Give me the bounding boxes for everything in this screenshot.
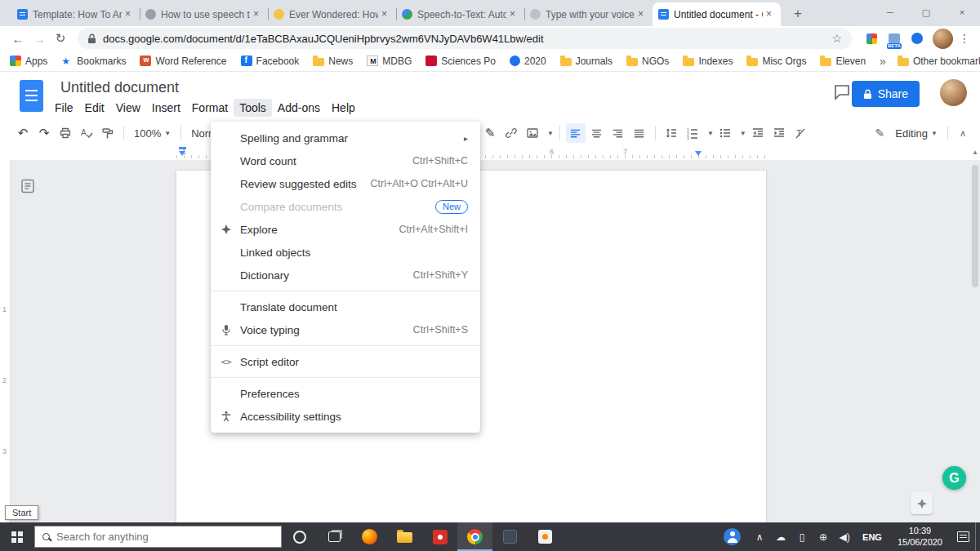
people-icon[interactable] — [724, 528, 741, 545]
bookmark-apps[interactable]: Apps — [10, 56, 47, 67]
undo-button[interactable]: ↶ — [13, 123, 33, 143]
hide-menus-icon[interactable]: ∧ — [954, 128, 972, 139]
bookmark-star-icon[interactable]: ☆ — [831, 32, 842, 45]
back-icon[interactable]: ← — [7, 32, 29, 46]
vertical-ruler[interactable]: 1 2 3 — [0, 160, 11, 522]
bookmark-2020[interactable]: 2020 — [510, 56, 546, 67]
beta-extension-icon[interactable]: BETA — [884, 28, 904, 49]
bookmark-eleven[interactable]: Eleven — [820, 56, 866, 67]
line-spacing-button[interactable] — [662, 123, 681, 143]
bookmark-indexes[interactable]: Indexes — [683, 56, 733, 67]
browser-tab-4[interactable]: Speech-to-Text: Autom × — [396, 2, 524, 26]
menu-addons[interactable]: Add-ons — [272, 99, 326, 117]
chevron-down-icon[interactable]: ▼ — [740, 130, 746, 137]
address-bar[interactable]: docs.google.com/document/d/1eTaBCBAxauJC… — [78, 28, 852, 49]
comments-icon[interactable] — [833, 83, 851, 101]
menu-insert[interactable]: Insert — [146, 99, 186, 117]
redo-button[interactable]: ↷ — [34, 123, 54, 143]
editing-mode-select[interactable]: Editing▼ — [891, 123, 942, 143]
print-button[interactable] — [56, 123, 75, 143]
browser-tab-1[interactable]: Template: How To Artic × — [11, 2, 140, 26]
menu-tools[interactable]: Tools — [234, 99, 272, 117]
menu-item-script-editor[interactable]: <> Script editor — [211, 350, 480, 373]
increase-indent-button[interactable] — [769, 123, 789, 143]
bookmark-mdbg[interactable]: MDBG — [367, 56, 412, 67]
bookmark-news[interactable]: News — [313, 56, 353, 67]
new-tab-button[interactable]: + — [787, 3, 808, 24]
menu-file[interactable]: File — [49, 99, 79, 117]
bookmark-facebook[interactable]: Facebook — [241, 56, 300, 67]
bookmarks-overflow-icon[interactable]: » — [880, 55, 886, 68]
bookmark-journals[interactable]: Journals — [560, 56, 612, 67]
menu-view[interactable]: View — [110, 99, 146, 117]
docs-logo[interactable] — [20, 80, 43, 112]
menu-item-linked-objects[interactable]: Linked objects — [211, 241, 480, 264]
align-right-button[interactable] — [608, 123, 628, 143]
clear-formatting-button[interactable]: T — [791, 123, 810, 143]
justify-button[interactable] — [630, 123, 649, 143]
profile-avatar[interactable] — [933, 29, 953, 49]
menu-item-accessibility-settings[interactable]: Accessibility settings — [211, 405, 480, 428]
app-red-button[interactable] — [422, 522, 457, 551]
menu-item-spelling-and-grammar[interactable]: Spelling and grammar ▸ — [211, 127, 480, 149]
spellcheck-button[interactable]: A — [77, 123, 96, 143]
explore-button[interactable] — [911, 492, 933, 514]
tab-close-icon[interactable]: × — [763, 8, 775, 20]
menu-item-voice-typing[interactable]: Voice typing Ctrl+Shift+S — [211, 318, 480, 341]
bookmark-word-reference[interactable]: Word Reference — [140, 56, 226, 67]
tab-close-icon[interactable]: × — [122, 8, 134, 20]
bulleted-list-button[interactable] — [715, 123, 735, 143]
onedrive-icon[interactable]: ☁ — [770, 531, 791, 543]
chevron-down-icon[interactable]: ▼ — [547, 130, 554, 137]
app-light-button[interactable] — [528, 522, 563, 551]
network-icon[interactable]: ⊕ — [813, 531, 834, 543]
language-indicator[interactable]: ENG — [862, 532, 882, 542]
browser-tab-2[interactable]: How to use speech to × — [140, 2, 268, 26]
volume-icon[interactable]: ◀) — [834, 531, 855, 543]
menu-item-explore[interactable]: Explore Ctrl+Alt+Shift+I — [211, 218, 480, 241]
minimize-icon[interactable]: ─ — [872, 0, 908, 24]
user-avatar[interactable] — [940, 79, 967, 106]
numbered-list-button[interactable]: 123 — [683, 123, 702, 143]
extension-icon[interactable] — [907, 28, 927, 49]
menu-edit[interactable]: Edit — [79, 99, 110, 117]
show-desktop-button[interactable] — [975, 522, 980, 551]
zoom-select[interactable]: 100%▼ — [130, 123, 175, 143]
search-input[interactable] — [56, 531, 274, 543]
other-bookmarks-button[interactable]: Other bookmarks — [898, 56, 980, 67]
forward-icon[interactable]: → — [29, 32, 50, 46]
bookmark-bookmarks[interactable]: Bookmarks — [61, 56, 126, 67]
paint-format-button[interactable] — [98, 123, 118, 143]
bookmark-ngos[interactable]: NGOs — [626, 56, 669, 67]
decrease-indent-button[interactable] — [748, 123, 768, 143]
start-button[interactable] — [0, 522, 34, 551]
close-icon[interactable]: × — [944, 0, 980, 24]
notification-center-button[interactable] — [951, 531, 975, 542]
menu-item-preferences[interactable]: Preferences — [211, 382, 480, 405]
browser-tab-active[interactable]: Untitled document - G × — [653, 2, 781, 26]
right-indent-marker[interactable] — [695, 151, 702, 156]
align-left-button[interactable] — [566, 123, 586, 143]
maximize-icon[interactable]: ▢ — [908, 0, 944, 24]
app-dark-button[interactable] — [492, 522, 528, 551]
horizontal-ruler[interactable]: 1 2 3 4 5 6 7 ▲ — [0, 145, 980, 160]
cortana-button[interactable] — [282, 522, 317, 551]
tab-close-icon[interactable]: × — [506, 8, 519, 20]
insert-link-button[interactable] — [501, 123, 521, 143]
document-title[interactable]: Untitled document — [60, 79, 179, 96]
menu-item-dictionary[interactable]: Dictionary Ctrl+Shift+Y — [211, 264, 480, 287]
menu-help[interactable]: Help — [326, 99, 361, 117]
menu-format[interactable]: Format — [186, 99, 234, 117]
taskbar-search[interactable] — [34, 526, 282, 548]
vertical-scrollbar[interactable] — [972, 165, 978, 287]
menu-item-word-count[interactable]: Word count Ctrl+Shift+C — [211, 149, 480, 172]
battery-icon[interactable]: ▯ — [791, 531, 813, 543]
insert-image-button[interactable] — [523, 123, 542, 143]
chevron-down-icon[interactable]: ▼ — [707, 130, 714, 137]
tab-close-icon[interactable]: × — [378, 8, 390, 20]
bookmark-misc-orgs[interactable]: Misc Orgs — [746, 56, 806, 67]
scroll-up-icon[interactable]: ▲ — [972, 149, 978, 156]
document-outline-icon[interactable] — [20, 178, 38, 196]
bookmark-sciences-po[interactable]: Sciences Po — [425, 56, 496, 67]
taskbar-clock[interactable]: 10:39 15/06/2020 — [898, 526, 942, 548]
